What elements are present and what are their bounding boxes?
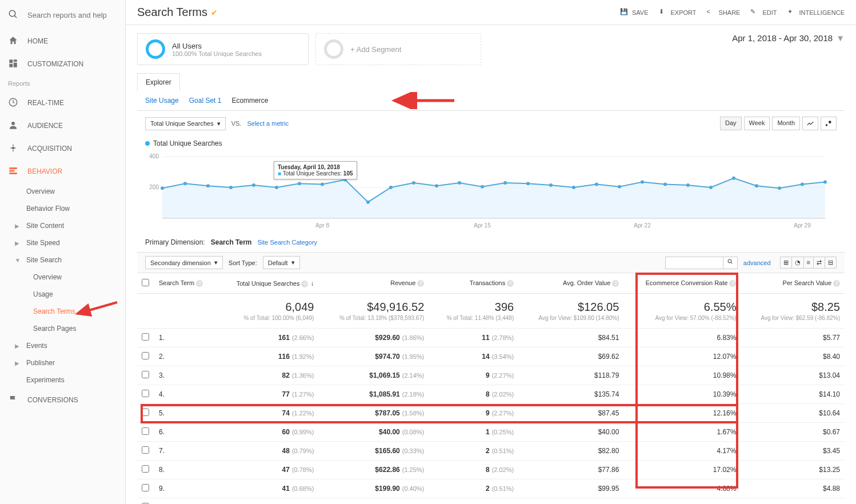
table-row[interactable]: 5.74(1.22%)$787.05(1.58%)9(2.27%)$87.451…: [137, 404, 845, 423]
add-segment-label: + Add Segment: [350, 45, 401, 54]
svg-point-0: [9, 10, 15, 17]
select-metric-link[interactable]: Select a metric: [247, 120, 289, 127]
col-ecr[interactable]: Ecommerce Conversion Rate?: [623, 273, 741, 294]
nav-sub-ss-overview[interactable]: Overview: [0, 269, 125, 286]
table-search-button[interactable]: [723, 257, 737, 269]
view-pie-icon[interactable]: ◔: [792, 257, 804, 268]
row-checkbox[interactable]: [142, 333, 149, 341]
view-bar-icon[interactable]: ≡: [804, 257, 814, 268]
help-icon[interactable]: ?: [612, 280, 619, 287]
nav-sub-site-content[interactable]: ▶Site Content: [0, 217, 125, 234]
nav-sub-site-speed[interactable]: ▶Site Speed: [0, 234, 125, 251]
granularity-day[interactable]: Day: [720, 117, 742, 130]
export-button[interactable]: ⬇EXPORT: [659, 8, 697, 17]
nav-conversions[interactable]: CONVERSIONS: [0, 389, 125, 411]
view-table-icon[interactable]: ⊞: [781, 257, 792, 268]
svg-text:Apr 22: Apr 22: [634, 222, 651, 229]
row-checkbox[interactable]: [142, 409, 149, 416]
chart-svg: 200400Apr 8Apr 15Apr 22Apr 29: [145, 151, 831, 231]
table-row[interactable]: 1.161(2.66%)$929.60(1.86%)11(2.78%)$84.5…: [137, 329, 845, 347]
row-checkbox[interactable]: [142, 465, 149, 473]
table-row[interactable]: 4.77(1.27%)$1,085.91(2.18%)8(2.02%)$135.…: [137, 385, 845, 404]
svg-line-58: [731, 262, 733, 264]
nav-sub-ss-search-pages[interactable]: Search Pages: [0, 320, 125, 337]
svg-point-39: [549, 183, 553, 187]
share-button[interactable]: <SHARE: [707, 8, 741, 17]
secondary-dimension-dropdown[interactable]: Secondary dimension▾: [145, 256, 223, 269]
table-row[interactable]: 7.48(0.79%)$165.60(0.33%)2(0.51%)$82.804…: [137, 442, 845, 461]
col-unique-searches[interactable]: Total Unique Searches?↓: [217, 273, 318, 294]
help-icon[interactable]: ?: [196, 280, 203, 287]
table-search[interactable]: [665, 257, 738, 269]
nav-sub-experiments[interactable]: Experiments: [0, 371, 125, 389]
primary-dimension-value[interactable]: Search Term: [211, 238, 252, 246]
col-revenue[interactable]: Revenue?: [318, 273, 429, 294]
segment-all-users[interactable]: All Users 100.00% Total Unique Searches: [137, 33, 309, 65]
nav-acquisition[interactable]: ACQUISITION: [0, 137, 125, 160]
nav-home[interactable]: HOME: [0, 30, 125, 53]
chart-line-icon[interactable]: [802, 117, 818, 130]
help-icon[interactable]: ?: [301, 281, 308, 287]
subtab-site-usage[interactable]: Site Usage: [145, 97, 179, 105]
date-range-picker[interactable]: Apr 1, 2018 - Apr 30, 2018▼: [732, 33, 845, 43]
svg-text:Apr 15: Apr 15: [474, 222, 491, 229]
sidebar-search-input[interactable]: [27, 11, 107, 19]
sidebar-search[interactable]: [0, 0, 125, 30]
subtab-ecommerce[interactable]: Ecommerce: [231, 97, 268, 105]
granularity-week[interactable]: Week: [744, 117, 770, 130]
help-icon[interactable]: ?: [507, 280, 514, 287]
col-checkbox[interactable]: [137, 273, 154, 294]
col-psv[interactable]: Per Search Value?: [741, 273, 845, 294]
nav-behavior[interactable]: BEHAVIOR: [0, 160, 125, 183]
table-row[interactable]: 3.82(1.36%)$1,069.15(2.14%)9(2.27%)$118.…: [137, 366, 845, 385]
nav-sub-site-search[interactable]: ▼Site Search: [0, 251, 125, 269]
col-search-term[interactable]: Search Term?: [154, 273, 217, 294]
subtab-goal-set-1[interactable]: Goal Set 1: [189, 97, 222, 105]
svg-point-16: [826, 124, 828, 126]
add-segment-button[interactable]: + Add Segment: [315, 33, 481, 65]
row-checkbox[interactable]: [142, 352, 149, 359]
chart[interactable]: 200400Apr 8Apr 15Apr 22Apr 29 Tuesday, A…: [145, 151, 837, 233]
edit-button[interactable]: ✎EDIT: [750, 8, 777, 17]
view-comparison-icon[interactable]: ⇄: [814, 257, 825, 268]
granularity-month[interactable]: Month: [772, 117, 800, 130]
col-aov[interactable]: Avg. Order Value?: [518, 273, 623, 294]
select-all-checkbox[interactable]: [142, 279, 149, 286]
advanced-link[interactable]: advanced: [743, 259, 771, 266]
row-checkbox[interactable]: [142, 446, 149, 454]
table-row[interactable]: 9.41(0.68%)$199.90(0.40%)2(0.51%)$99.954…: [137, 479, 845, 498]
nav-sub-publisher[interactable]: ▶Publisher: [0, 354, 125, 371]
svg-text:Apr 29: Apr 29: [794, 222, 811, 229]
nav-sub-events[interactable]: ▶Events: [0, 337, 125, 354]
table-search-input[interactable]: [666, 257, 723, 269]
intelligence-button[interactable]: ✦INTELLIGENCE: [787, 8, 845, 17]
help-icon[interactable]: ?: [729, 280, 736, 287]
row-checkbox[interactable]: [142, 484, 149, 491]
subtabs: Site Usage Goal Set 1 Ecommerce: [137, 91, 845, 111]
help-icon[interactable]: ?: [833, 280, 840, 287]
row-checkbox[interactable]: [142, 427, 149, 435]
primary-dimension-alt[interactable]: Site Search Category: [258, 239, 318, 246]
row-checkbox[interactable]: [142, 371, 149, 378]
nav-customization[interactable]: CUSTOMIZATION: [0, 53, 125, 75]
row-checkbox[interactable]: [142, 390, 149, 397]
chart-motion-icon[interactable]: [821, 117, 837, 130]
view-pivot-icon[interactable]: ⊟: [825, 257, 836, 268]
help-icon[interactable]: ?: [417, 280, 424, 287]
nav-realtime[interactable]: REAL-TIME: [0, 91, 125, 114]
table-row[interactable]: 6.60(0.99%)$40.00(0.08%)1(0.25%)$40.001.…: [137, 423, 845, 442]
svg-rect-9: [9, 167, 17, 169]
table-row[interactable]: 8.47(0.78%)$622.86(1.25%)8(2.02%)$77.861…: [137, 461, 845, 479]
explorer-tab[interactable]: Explorer: [137, 73, 180, 91]
table-row[interactable]: 10.38(0.63%)$125.60(0.25%)2(0.51%)$62.80…: [137, 498, 845, 505]
save-button[interactable]: 💾SAVE: [620, 8, 649, 17]
primary-metric-dropdown[interactable]: Total Unique Searches▾: [145, 117, 226, 130]
col-transactions[interactable]: Transactions?: [429, 273, 518, 294]
sort-type-dropdown[interactable]: Default▾: [263, 256, 300, 269]
svg-point-31: [366, 201, 370, 204]
nav-sub-overview[interactable]: Overview: [0, 183, 125, 200]
primary-dimension-label: Primary Dimension:: [145, 238, 205, 246]
table-row[interactable]: 2.116(1.92%)$974.70(1.95%)14(3.54%)$69.6…: [137, 347, 845, 366]
nav-sub-behavior-flow[interactable]: Behavior Flow: [0, 200, 125, 217]
nav-audience[interactable]: AUDIENCE: [0, 114, 125, 137]
